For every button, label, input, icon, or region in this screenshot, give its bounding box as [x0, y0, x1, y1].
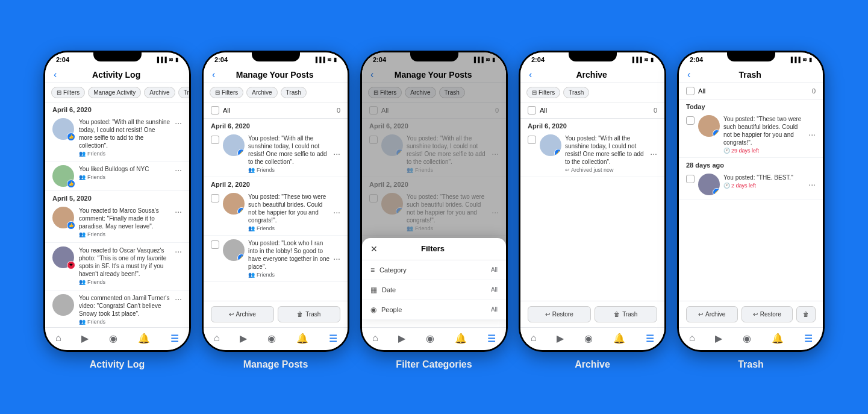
nav-bell-icon-4[interactable]: 🔔	[613, 333, 625, 344]
nav-profile-icon-4[interactable]: ◉	[584, 333, 593, 344]
nav-video-icon-4[interactable]: ▶	[557, 333, 564, 344]
activity-text-4: You reacted to Oscar Vasquez's photo: "T…	[79, 246, 170, 286]
chip-label-archive-2: Archive	[252, 89, 272, 96]
back-button-2[interactable]: ‹	[212, 69, 215, 80]
back-button-5[interactable]: ‹	[687, 69, 690, 80]
delete-btn-5[interactable]: 🗑	[796, 306, 816, 322]
notch-5	[727, 51, 775, 61]
filter-row-date-left: ▦ Date	[370, 286, 396, 294]
nav-menu-icon-5[interactable]: ☰	[804, 333, 813, 344]
wifi-icon: ≋	[169, 57, 173, 63]
archive-btn-2[interactable]: ↩Archive	[211, 306, 274, 322]
filter-category-label: Category	[379, 266, 407, 274]
select-all-checkbox-2[interactable]	[211, 106, 219, 114]
filter-row-category[interactable]: ≡ Category All	[362, 260, 506, 280]
post-checkbox-1[interactable]	[211, 136, 219, 144]
archive-btn-5[interactable]: ↩Archive	[686, 306, 738, 322]
phone-inner-2: 2:04 ▐▐▐ ≋ ▮ ‹ Manage Your Posts ⊟Filter…	[204, 52, 348, 350]
chip-archive-2[interactable]: Archive	[246, 87, 277, 98]
post-checkbox-3[interactable]	[211, 240, 219, 249]
trash-28-label: 28 days ago	[679, 158, 823, 170]
chip-filters-4[interactable]: ⊟Filters	[526, 87, 560, 98]
back-button[interactable]: ‹	[54, 69, 57, 80]
nav-home-icon-5[interactable]: ⌂	[689, 333, 695, 343]
chip-filters-2[interactable]: ⊟Filters	[210, 87, 243, 98]
nav-menu-icon-2[interactable]: ☰	[329, 333, 337, 344]
post-item-3: 👍 You posted: "Look who I ran into in th…	[204, 236, 348, 282]
chips-row-4: ⊟Filters Trash	[520, 83, 664, 102]
trash-btn-2[interactable]: 🗑Trash	[278, 306, 341, 322]
activity-item-2: 👍 You liked Bulldogs of NYC 👥 Friends ··…	[45, 162, 189, 191]
notch-4	[569, 51, 617, 61]
back-button-4[interactable]: ‹	[529, 69, 532, 80]
more-btn-3[interactable]: ···	[333, 254, 340, 263]
nav-video-icon-3[interactable]: ▶	[398, 333, 405, 344]
bottom-nav: ⌂ ▶ ◉ 🔔 ☰	[45, 327, 189, 350]
phone-wrapper-activity-log: 2:04 ▐▐▐ ≋ ▮ ‹ Activity Log ⊟Filters Man…	[43, 51, 191, 370]
chip-trash-4[interactable]: Trash	[563, 87, 589, 98]
nav-home-icon-2[interactable]: ⌂	[214, 333, 220, 343]
archive-label-2: Archive	[236, 311, 256, 318]
wifi-icon-4: ≋	[644, 57, 649, 63]
nav-bell-icon-3[interactable]: 🔔	[455, 333, 467, 344]
select-all-row-2: All 0	[204, 102, 348, 119]
more-icon[interactable]: ···	[175, 118, 182, 128]
nav-profile-icon[interactable]: ◉	[109, 333, 117, 344]
filter-row-date[interactable]: ▦ Date All	[362, 280, 506, 300]
chip-trash-2[interactable]: Trash	[281, 87, 307, 98]
more-btn-t2[interactable]: ···	[808, 180, 816, 189]
post-checkbox-2[interactable]	[211, 194, 219, 202]
more-btn-t1[interactable]: ···	[808, 130, 816, 139]
filter-close-button[interactable]: ✕	[370, 244, 378, 254]
more-btn-1[interactable]: ···	[333, 149, 340, 158]
restore-btn-4[interactable]: ↩Restore	[528, 306, 591, 322]
nav-menu-icon-4[interactable]: ☰	[646, 333, 654, 344]
more-btn-2[interactable]: ···	[333, 207, 340, 217]
post-avatar-3: 👍	[223, 239, 245, 261]
nav-menu-icon-3[interactable]: ☰	[487, 333, 496, 344]
nav-bell-icon-5[interactable]: 🔔	[772, 333, 784, 344]
nav-home-icon-3[interactable]: ⌂	[372, 333, 378, 343]
status-time: 2:04	[56, 56, 69, 63]
nav-profile-icon-5[interactable]: ◉	[743, 333, 751, 344]
nav-bell-icon[interactable]: 🔔	[138, 333, 150, 344]
nav-home-icon[interactable]: ⌂	[55, 333, 61, 343]
more-icon-4[interactable]: ···	[175, 246, 182, 256]
post-text-5: You commented on Jamil Turner's video: "…	[79, 295, 170, 317]
chip-manage-activity[interactable]: Manage Activity	[88, 87, 141, 98]
more-icon-2[interactable]: ···	[175, 165, 182, 175]
chip-filters[interactable]: ⊟Filters	[51, 87, 85, 98]
nav-video-icon-5[interactable]: ▶	[715, 333, 722, 344]
post-checkbox-a1[interactable]	[528, 136, 536, 144]
more-icon-3[interactable]: ···	[175, 207, 182, 216]
status-icons-4: ▐▐▐ ≋ ▮	[631, 57, 654, 63]
count-badge-5: 0	[812, 87, 816, 95]
post-checkbox-t1[interactable]	[686, 116, 695, 125]
nav-menu-icon[interactable]: ☰	[170, 333, 179, 344]
avatar-t2: 👍	[698, 174, 720, 195]
more-icon-5[interactable]: ···	[175, 294, 182, 304]
trash-btn-4[interactable]: 🗑Trash	[595, 306, 658, 322]
post-text-area-t1: You posted: "These two were such beautif…	[723, 115, 805, 154]
people-icon: ◉	[370, 306, 376, 314]
chip-archive[interactable]: Archive	[144, 87, 175, 98]
more-btn-a1[interactable]: ···	[650, 149, 657, 158]
chip-trash[interactable]: Tr	[178, 87, 189, 98]
nav-bell-icon-2[interactable]: 🔔	[296, 333, 308, 344]
post-checkbox-t2[interactable]	[686, 175, 695, 183]
chip-label: Manage Activity	[93, 89, 136, 96]
restore-btn-5[interactable]: ↩Restore	[742, 306, 793, 322]
nav-video-icon-2[interactable]: ▶	[240, 333, 247, 344]
select-all-checkbox-5[interactable]	[686, 87, 695, 95]
nav-profile-icon-2[interactable]: ◉	[267, 333, 276, 344]
nav-home-icon-4[interactable]: ⌂	[531, 333, 537, 343]
filter-row-people[interactable]: ◉ People All	[362, 300, 506, 320]
phone-inner-4: 2:04 ▐▐▐ ≋ ▮ ‹ Archive ⊟Filters Trash	[520, 52, 664, 350]
status-time-5: 2:04	[690, 56, 703, 63]
trash-today-label: Today	[679, 99, 823, 111]
select-all-checkbox-4[interactable]	[528, 106, 536, 114]
activity-sub-2: 👥 Friends	[79, 174, 170, 181]
nav-profile-icon-3[interactable]: ◉	[426, 333, 434, 344]
nav-video-icon[interactable]: ▶	[81, 333, 89, 344]
post-text-area-2: You posted: "These two were such beautif…	[248, 193, 329, 231]
